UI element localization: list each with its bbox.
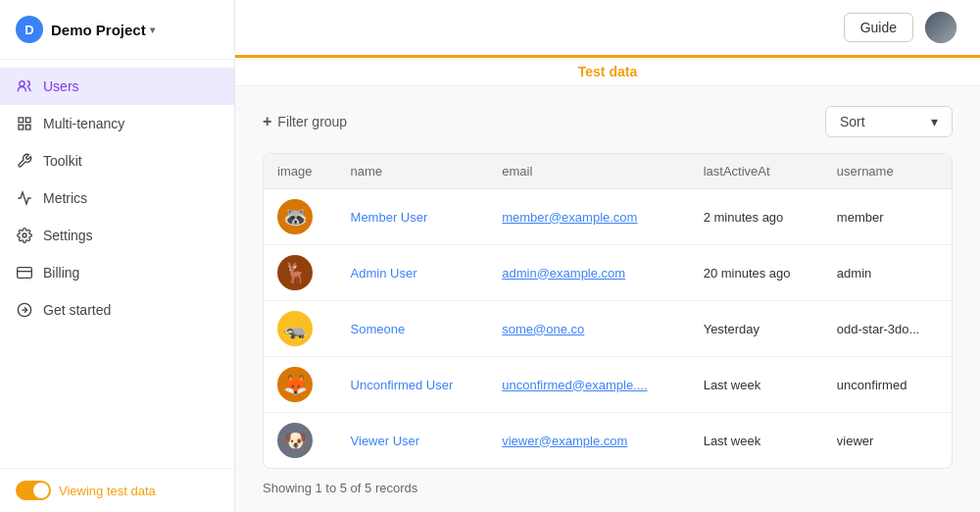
records-info: Showing 1 to 5 of 5 records [263,481,953,495]
table-row: 🦊Unconfirmed Userunconfirmed@example....… [264,357,952,413]
sidebar-item-get-started[interactable]: Get started [0,291,234,329]
sidebar-item-metrics-label: Metrics [43,190,87,206]
billing-icon [16,264,33,282]
sidebar-item-settings[interactable]: Settings [0,217,234,254]
filter-group-label: Filter group [277,114,347,129]
sidebar-item-multi-tenancy-label: Multi-tenancy [43,116,124,131]
table-row: 🦌Admin Useradmin@example.com20 minutes a… [264,245,952,301]
test-data-toggle-row: Viewing test data [16,481,219,500]
cell-avatar: 🦝 [264,189,337,245]
cell-name: Someone [337,301,489,357]
chevron-down-icon: ▾ [150,25,155,35]
sidebar-footer: Viewing test data [0,468,234,512]
user-name-link[interactable]: Admin User [351,266,417,281]
cell-last-active: Last week [690,357,823,413]
sidebar-item-metrics[interactable]: Metrics [0,179,234,217]
cell-last-active: 2 minutes ago [690,189,823,245]
cell-username: viewer [823,413,952,469]
sidebar-item-multi-tenancy[interactable]: Multi-tenancy [0,105,234,142]
sidebar-item-billing[interactable]: Billing [0,254,234,291]
table-row: 🦝Member Usermember@example.com2 minutes … [264,189,952,245]
cell-last-active: 20 minutes ago [690,245,823,301]
cell-name: Viewer User [337,413,489,469]
sidebar-item-billing-label: Billing [43,265,79,281]
user-name-link[interactable]: Unconfirmed User [351,378,454,392]
test-data-banner: Test data [235,58,980,86]
cell-username: unconfirmed [823,357,952,413]
sidebar-item-users[interactable]: Users [0,68,234,105]
user-email-link[interactable]: viewer@example.com [502,434,627,448]
cell-avatar: 🦊 [264,357,337,413]
cell-last-active: Last week [690,413,823,469]
filter-group-button[interactable]: + Filter group [263,113,347,130]
user-avatar-icon: 🦌 [277,255,313,290]
svg-rect-1 [19,118,24,123]
sidebar-project-name: Demo Project [51,22,146,38]
col-email: email [488,154,689,189]
cell-username: odd-star-3do... [823,301,952,357]
test-data-toggle-label: Viewing test data [59,484,156,498]
cell-username: admin [823,245,952,301]
table-row: 🐶Viewer Userviewer@example.comLast weekv… [264,413,952,469]
user-name-link[interactable]: Someone [351,322,406,336]
sidebar-item-settings-label: Settings [43,228,93,243]
svg-point-0 [20,81,24,86]
guide-button[interactable]: Guide [844,13,913,42]
cell-email: some@one.co [488,301,689,357]
sort-button[interactable]: Sort ▾ [825,106,953,137]
cell-email: member@example.com [488,189,689,245]
cell-avatar: 🦌 [264,245,337,301]
cell-username: member [823,189,952,245]
sort-label: Sort [840,114,865,129]
user-email-link[interactable]: unconfirmed@example.... [502,378,647,392]
user-avatar[interactable] [925,12,956,43]
users-table-container: image name email lastActiveAt username 🦝… [263,153,953,469]
user-name-link[interactable]: Viewer User [351,434,420,448]
users-icon [16,77,33,95]
col-last-active: lastActiveAt [690,154,823,189]
cell-last-active: Yesterday [690,301,823,357]
col-image: image [264,154,337,189]
cell-email: viewer@example.com [488,413,689,469]
svg-rect-2 [25,118,30,123]
plus-icon: + [263,113,271,130]
user-email-link[interactable]: admin@example.com [502,266,625,281]
main-content: Guide Test data + Filter group Sort ▾ im… [235,0,980,512]
cell-email: unconfirmed@example.... [488,357,689,413]
cell-avatar: 🦡 [264,301,337,357]
toolkit-icon [16,152,33,170]
svg-rect-3 [19,125,24,129]
test-data-toggle[interactable] [16,481,51,500]
table-header-row: image name email lastActiveAt username [264,154,952,189]
user-email-link[interactable]: member@example.com [502,210,637,225]
svg-rect-4 [25,125,30,129]
content-area: + Filter group Sort ▾ image name email l… [235,86,980,512]
user-name-link[interactable]: Member User [351,210,428,225]
user-avatar-icon: 🦊 [277,367,313,402]
cell-avatar: 🐶 [264,413,337,469]
table-row: 🦡Someonesome@one.coYesterdayodd-star-3do… [264,301,952,357]
sidebar-project-selector[interactable]: Demo Project ▾ [51,22,155,38]
get-started-icon [16,301,33,319]
cell-name: Member User [337,189,489,245]
sidebar: D Demo Project ▾ Users Multi-tenancy Too… [0,0,235,512]
cell-name: Unconfirmed User [337,357,489,413]
sidebar-nav: Users Multi-tenancy Toolkit Metrics [0,60,234,468]
users-table: image name email lastActiveAt username 🦝… [264,154,952,468]
avatar-image [925,12,956,43]
metrics-icon [16,189,33,207]
toolbar: + Filter group Sort ▾ [263,106,953,137]
svg-rect-6 [18,268,32,279]
col-name: name [337,154,489,189]
sidebar-item-users-label: Users [43,78,79,94]
sidebar-logo: D [16,16,43,43]
top-bar: Guide [235,0,980,58]
svg-point-5 [23,233,26,237]
sidebar-item-toolkit[interactable]: Toolkit [0,142,234,179]
col-username: username [823,154,952,189]
cell-name: Admin User [337,245,489,301]
sidebar-item-get-started-label: Get started [43,302,111,318]
multi-tenancy-icon [16,115,33,132]
user-email-link[interactable]: some@one.co [502,322,584,336]
settings-icon [16,227,33,244]
